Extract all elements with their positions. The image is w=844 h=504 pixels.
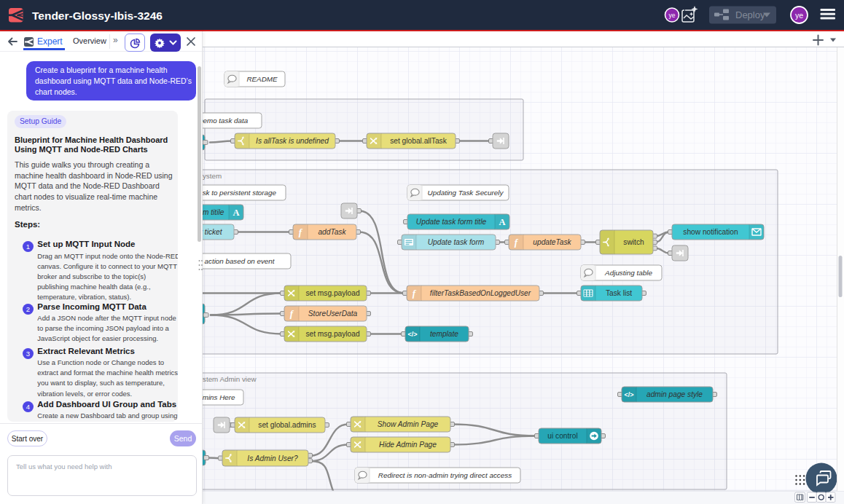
- svg-text:Tender-Glossy-Ibis-3246: Tender-Glossy-Ibis-3246: [32, 9, 163, 22]
- svg-text:Deploy: Deploy: [735, 9, 765, 20]
- svg-text:ye: ye: [669, 12, 676, 19]
- svg-text:ye: ye: [795, 11, 803, 20]
